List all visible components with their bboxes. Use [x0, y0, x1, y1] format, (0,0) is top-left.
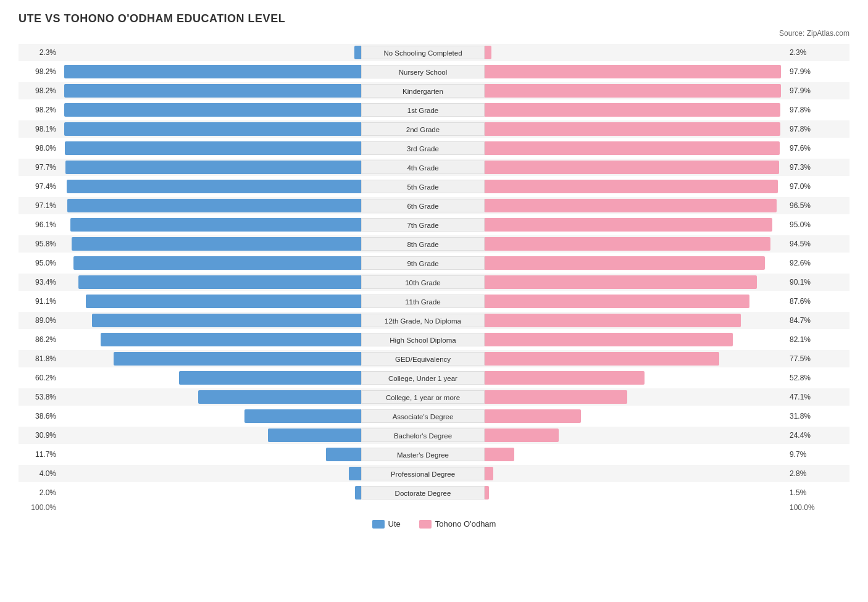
right-bar-container — [485, 275, 787, 289]
right-bar — [485, 84, 781, 98]
bar-row: 86.2% High School Diploma 82.1% — [19, 331, 849, 348]
axis-row: 100.0% 100.0% — [19, 503, 849, 512]
right-value: 84.7% — [787, 316, 827, 325]
left-value: 91.1% — [19, 297, 59, 306]
left-value: 89.0% — [19, 316, 59, 325]
row-label: College, 1 year or more — [361, 390, 485, 404]
left-bar — [92, 314, 361, 327]
left-value: 95.0% — [19, 259, 59, 267]
left-bar — [326, 448, 361, 461]
right-bar — [485, 237, 770, 251]
bar-row: 98.0% 3rd Grade 97.6% — [19, 140, 849, 157]
axis-right-label: 100.0% — [787, 503, 827, 512]
left-bar — [64, 65, 361, 78]
right-value: 47.1% — [787, 393, 827, 401]
right-bar-container — [485, 141, 787, 155]
left-value: 98.2% — [19, 67, 59, 76]
left-value: 97.4% — [19, 182, 59, 191]
left-bar — [355, 486, 361, 500]
bar-row: 95.8% 8th Grade 94.5% — [19, 235, 849, 253]
legend-color-ute — [372, 520, 385, 529]
row-label: High School Diploma — [361, 333, 485, 346]
right-bar — [485, 256, 765, 270]
bar-row: 60.2% College, Under 1 year 52.8% — [19, 369, 849, 387]
row-label: 4th Grade — [361, 161, 485, 174]
left-bar-container — [59, 161, 361, 174]
row-label: Doctorate Degree — [361, 486, 485, 500]
left-bar — [64, 122, 361, 136]
legend-item-tohono: Tohono O'odham — [419, 519, 496, 529]
left-bar-container — [59, 409, 361, 423]
right-bar-container — [485, 161, 787, 174]
right-bar-container — [485, 199, 787, 212]
right-bar-container — [485, 371, 787, 385]
left-value: 96.1% — [19, 220, 59, 229]
left-bar-container — [59, 65, 361, 78]
left-bar-container — [59, 141, 361, 155]
row-label: Kindergarten — [361, 84, 485, 98]
right-bar-container — [485, 180, 787, 193]
row-label: 3rd Grade — [361, 141, 485, 155]
right-value: 9.7% — [787, 450, 827, 459]
right-bar-container — [485, 409, 787, 423]
right-bar — [485, 295, 749, 308]
row-label: 5th Grade — [361, 180, 485, 193]
right-bar — [485, 122, 780, 136]
left-bar-container — [59, 429, 361, 442]
left-bar — [64, 103, 361, 117]
right-bar — [485, 161, 779, 174]
right-bar-container — [485, 467, 787, 480]
source-label: Source: ZipAtlas.com — [19, 29, 849, 38]
right-bar-container — [485, 84, 787, 98]
right-bar-container — [485, 256, 787, 270]
right-value: 24.4% — [787, 431, 827, 440]
bar-row: 97.4% 5th Grade 97.0% — [19, 178, 849, 195]
row-label: Nursery School — [361, 65, 485, 78]
legend-color-tohono — [419, 520, 432, 529]
left-bar — [101, 333, 361, 346]
right-bar-container — [485, 122, 787, 136]
left-bar — [78, 275, 361, 289]
right-bar — [485, 275, 757, 289]
right-bar — [485, 46, 491, 59]
right-bar-container — [485, 65, 787, 78]
left-bar-container — [59, 199, 361, 212]
right-bar — [485, 390, 627, 404]
right-bar — [485, 141, 780, 155]
bar-row: 91.1% 11th Grade 87.6% — [19, 293, 849, 310]
bar-row: 97.7% 4th Grade 97.3% — [19, 159, 849, 176]
right-bar — [485, 371, 645, 385]
row-label: 11th Grade — [361, 295, 485, 308]
left-bar — [65, 141, 361, 155]
bar-row: 96.1% 7th Grade 95.0% — [19, 216, 849, 233]
row-label: 2nd Grade — [361, 122, 485, 136]
right-bar-container — [485, 448, 787, 461]
bar-row: 4.0% Professional Degree 2.8% — [19, 465, 849, 482]
left-bar-container — [59, 237, 361, 251]
left-bar — [268, 429, 361, 442]
right-bar — [485, 180, 778, 193]
bar-row: 98.1% 2nd Grade 97.8% — [19, 120, 849, 138]
right-bar — [485, 429, 559, 442]
right-value: 94.5% — [787, 240, 827, 248]
right-value: 97.6% — [787, 144, 827, 153]
legend-label-tohono: Tohono O'odham — [435, 519, 496, 529]
bar-row: 30.9% Bachelor's Degree 24.4% — [19, 427, 849, 444]
bar-row: 93.4% 10th Grade 90.1% — [19, 274, 849, 291]
right-value: 97.8% — [787, 125, 827, 133]
left-value: 81.8% — [19, 354, 59, 363]
left-bar-container — [59, 371, 361, 385]
row-label: Associate's Degree — [361, 409, 485, 423]
right-value: 97.8% — [787, 106, 827, 114]
right-bar — [485, 486, 489, 500]
bar-row: 38.6% Associate's Degree 31.8% — [19, 408, 849, 425]
left-value: 2.3% — [19, 48, 59, 57]
left-value: 11.7% — [19, 450, 59, 459]
left-bar-container — [59, 352, 361, 366]
left-value: 53.8% — [19, 393, 59, 401]
right-value: 97.9% — [787, 67, 827, 76]
right-value: 97.0% — [787, 182, 827, 191]
right-value: 92.6% — [787, 259, 827, 267]
right-bar-container — [485, 103, 787, 117]
left-value: 98.0% — [19, 144, 59, 153]
